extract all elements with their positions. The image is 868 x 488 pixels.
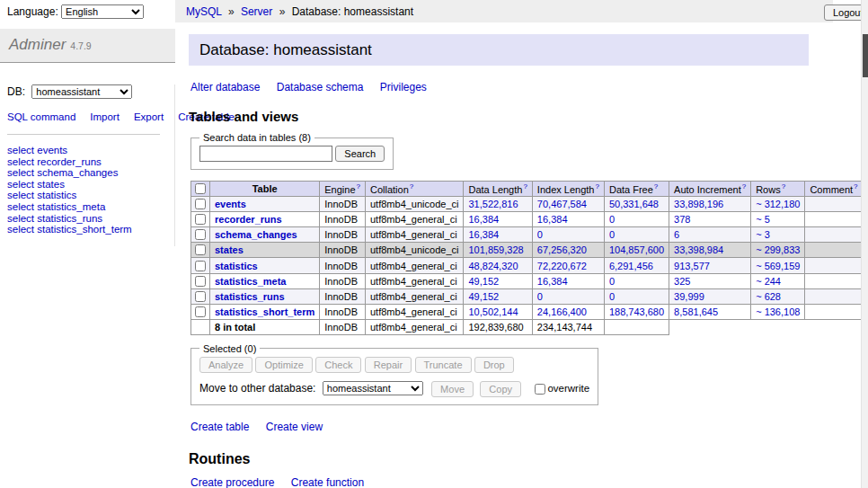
search-input[interactable] [199, 146, 332, 162]
adminer-logo[interactable]: Adminer4.7.9 [0, 29, 175, 63]
data-length-link[interactable]: 16,384 [468, 229, 499, 240]
move-database-select[interactable]: homeassistant [323, 381, 423, 395]
index-length-link[interactable]: 72,220,672 [537, 261, 587, 271]
sidebar-item-select-statistics-runs[interactable]: select statistics_runs [7, 213, 174, 225]
data-free-link[interactable]: 0 [609, 229, 615, 240]
auto-increment-link[interactable]: 6 [674, 229, 679, 240]
data-free-link[interactable]: 0 [609, 291, 615, 302]
overwrite-checkbox[interactable] [535, 384, 545, 395]
index-length-link[interactable]: 0 [537, 229, 543, 240]
auto-increment-link[interactable]: 8,581,645 [674, 306, 718, 317]
rows-link[interactable]: ~ 3 [756, 229, 770, 240]
table-name-link[interactable]: recorder_runs [215, 214, 282, 225]
data-length-link[interactable]: 49,152 [468, 276, 499, 287]
drop-button[interactable]: Drop [474, 357, 514, 373]
rows-link[interactable]: ~ 569,159 [756, 261, 800, 271]
table-name-link[interactable]: schema_changes [215, 229, 297, 240]
table-name-link[interactable]: statistics_meta [215, 276, 287, 287]
row-checkbox[interactable] [195, 261, 206, 271]
data-free-link[interactable]: 0 [609, 276, 615, 287]
language-select[interactable]: English [61, 4, 144, 19]
rows-link[interactable]: ~ 5 [756, 214, 770, 225]
rows-link[interactable]: ~ 628 [756, 291, 781, 302]
row-checkbox[interactable] [195, 306, 206, 317]
auto-increment-link[interactable]: 33,398,984 [674, 244, 723, 255]
auto-increment-link[interactable]: 33,898,196 [674, 199, 723, 209]
data-length-link[interactable]: 48,824,320 [468, 261, 518, 271]
repair-button[interactable]: Repair [365, 357, 412, 373]
select-all-checkbox[interactable] [195, 183, 206, 194]
scrollbar-thumb[interactable] [863, 34, 868, 77]
move-button[interactable]: Move [431, 381, 474, 397]
data-length-link[interactable]: 31,522,816 [468, 199, 518, 209]
help-icon[interactable]: ? [854, 182, 857, 191]
data-free-link[interactable]: 6,291,456 [609, 261, 653, 271]
window-scrollbar[interactable] [861, 0, 868, 488]
auto-increment-link[interactable]: 39,999 [674, 291, 704, 302]
data-length-link[interactable]: 16,384 [468, 214, 499, 225]
sidebar-item-select-recorder-runs[interactable]: select recorder_runs [7, 156, 174, 168]
index-length-link[interactable]: 24,166,400 [537, 306, 587, 317]
help-icon[interactable]: ? [410, 182, 413, 191]
sidebar-item-select-states[interactable]: select states [7, 179, 174, 191]
index-length-link[interactable]: 70,467,584 [537, 199, 587, 209]
row-checkbox[interactable] [195, 291, 206, 302]
data-length-link[interactable]: 101,859,328 [468, 244, 523, 255]
auto-increment-link[interactable]: 913,577 [674, 261, 710, 271]
auto-increment-link[interactable]: 325 [674, 276, 690, 287]
row-checkbox[interactable] [195, 276, 206, 287]
table-name-link[interactable]: statistics [215, 261, 258, 271]
search-button[interactable]: Search [335, 146, 385, 162]
auto-increment-link[interactable]: 378 [674, 214, 690, 225]
index-length-link[interactable]: 0 [537, 291, 543, 302]
row-checkbox[interactable] [195, 244, 206, 255]
help-icon[interactable]: ? [595, 182, 598, 191]
data-length-link[interactable]: 10,502,144 [468, 306, 518, 317]
rows-link[interactable]: ~ 312,180 [756, 199, 800, 209]
database-schema-link[interactable]: Database schema [277, 81, 364, 93]
breadcrumb-mysql-link[interactable]: MySQL [186, 5, 222, 18]
help-icon[interactable]: ? [742, 182, 746, 191]
help-icon[interactable]: ? [357, 182, 360, 191]
alter-database-link[interactable]: Alter database [190, 81, 260, 93]
table-name-link[interactable]: states [215, 244, 244, 255]
create-table-link[interactable]: Create table [190, 421, 249, 433]
copy-button[interactable]: Copy [480, 381, 521, 397]
data-free-link[interactable]: 0 [609, 214, 615, 225]
sidebar-item-select-events[interactable]: select events [7, 145, 174, 156]
breadcrumb-server-link[interactable]: Server [241, 5, 272, 18]
index-length-link[interactable]: 67,256,320 [537, 244, 587, 255]
row-checkbox[interactable] [195, 214, 206, 225]
create-function-link[interactable]: Create function [291, 476, 364, 488]
sidebar-link-import[interactable]: Import [90, 111, 120, 122]
table-name-link[interactable]: statistics_short_term [215, 306, 314, 317]
index-length-link[interactable]: 16,384 [537, 276, 568, 287]
sidebar-item-select-schema-changes[interactable]: select schema_changes [7, 167, 174, 179]
data-free-link[interactable]: 188,743,680 [609, 306, 664, 317]
sidebar-link-export[interactable]: Export [134, 111, 164, 122]
truncate-button[interactable]: Truncate [415, 357, 472, 373]
sidebar-item-select-statistics-short-term[interactable]: select statistics_short_term [7, 224, 174, 235]
rows-link[interactable]: ~ 136,108 [756, 306, 800, 317]
create-view-link[interactable]: Create view [266, 421, 323, 433]
data-free-link[interactable]: 50,331,648 [609, 199, 659, 209]
analyze-button[interactable]: Analyze [199, 357, 252, 373]
privileges-link[interactable]: Privileges [380, 81, 427, 93]
help-icon[interactable]: ? [654, 182, 658, 191]
help-icon[interactable]: ? [782, 182, 785, 191]
row-checkbox[interactable] [195, 199, 206, 209]
data-free-link[interactable]: 104,857,600 [609, 244, 664, 255]
rows-link[interactable]: ~ 299,833 [756, 244, 800, 255]
optimize-button[interactable]: Optimize [255, 357, 312, 373]
rows-link[interactable]: ~ 244 [756, 276, 781, 287]
sidebar-link-sql-command[interactable]: SQL command [7, 111, 75, 122]
table-name-link[interactable]: statistics_runs [215, 291, 285, 302]
help-icon[interactable]: ? [523, 182, 527, 191]
create-procedure-link[interactable]: Create procedure [190, 476, 274, 488]
check-button[interactable]: Check [315, 357, 361, 373]
index-length-link[interactable]: 16,384 [537, 214, 568, 225]
sidebar-item-select-statistics-meta[interactable]: select statistics_meta [7, 201, 174, 213]
sidebar-item-select-statistics[interactable]: select statistics [7, 190, 174, 201]
db-select[interactable]: homeassistant [31, 84, 132, 99]
data-length-link[interactable]: 49,152 [468, 291, 499, 302]
